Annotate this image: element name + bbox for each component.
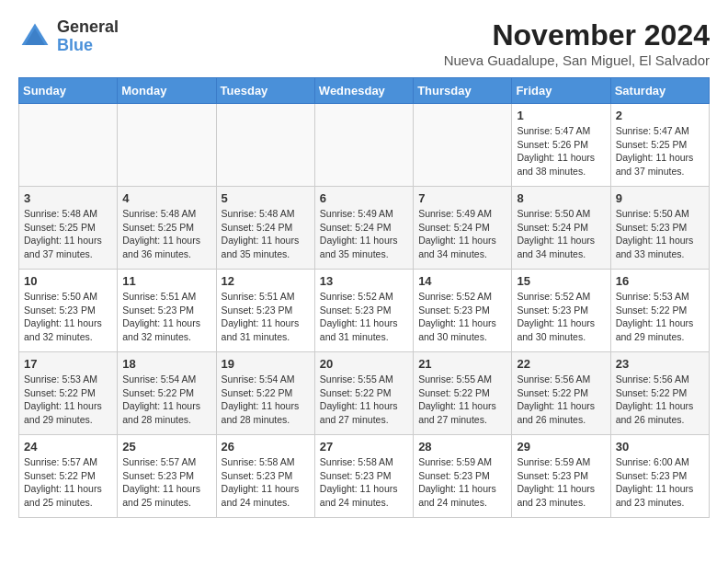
calendar-cell: 23Sunrise: 5:56 AM Sunset: 5:22 PM Dayli… xyxy=(610,352,709,435)
calendar-cell: 5Sunrise: 5:48 AM Sunset: 5:24 PM Daylig… xyxy=(216,187,314,270)
calendar-cell xyxy=(216,104,314,187)
calendar-cell: 27Sunrise: 5:58 AM Sunset: 5:23 PM Dayli… xyxy=(314,435,413,518)
day-number: 21 xyxy=(418,357,506,371)
calendar-table: SundayMondayTuesdayWednesdayThursdayFrid… xyxy=(18,77,710,518)
calendar-cell: 21Sunrise: 5:55 AM Sunset: 5:22 PM Dayli… xyxy=(414,352,512,435)
day-info: Sunrise: 5:58 AM Sunset: 5:23 PM Dayligh… xyxy=(320,455,408,510)
day-number: 22 xyxy=(517,357,605,371)
day-number: 26 xyxy=(222,440,310,454)
day-number: 5 xyxy=(222,191,310,205)
column-header-thursday: Thursday xyxy=(414,78,512,104)
logo-text: General Blue xyxy=(57,18,119,55)
day-number: 30 xyxy=(616,440,704,454)
column-header-wednesday: Wednesday xyxy=(314,78,413,104)
calendar-cell: 15Sunrise: 5:52 AM Sunset: 5:23 PM Dayli… xyxy=(512,270,610,352)
calendar-cell xyxy=(414,104,512,187)
day-info: Sunrise: 5:59 AM Sunset: 5:23 PM Dayligh… xyxy=(418,455,506,510)
day-info: Sunrise: 5:54 AM Sunset: 5:22 PM Dayligh… xyxy=(222,373,310,427)
day-number: 1 xyxy=(517,109,605,122)
day-info: Sunrise: 5:50 AM Sunset: 5:23 PM Dayligh… xyxy=(616,207,704,261)
calendar-cell: 6Sunrise: 5:49 AM Sunset: 5:24 PM Daylig… xyxy=(314,187,413,270)
day-info: Sunrise: 5:52 AM Sunset: 5:23 PM Dayligh… xyxy=(320,290,408,344)
calendar-cell: 11Sunrise: 5:51 AM Sunset: 5:23 PM Dayli… xyxy=(118,270,216,352)
calendar-cell: 24Sunrise: 5:57 AM Sunset: 5:22 PM Dayli… xyxy=(19,435,118,518)
calendar-cell: 12Sunrise: 5:51 AM Sunset: 5:23 PM Dayli… xyxy=(216,270,314,352)
day-info: Sunrise: 5:56 AM Sunset: 5:22 PM Dayligh… xyxy=(517,373,605,427)
calendar-cell: 3Sunrise: 5:48 AM Sunset: 5:25 PM Daylig… xyxy=(19,187,118,270)
day-number: 10 xyxy=(24,274,112,288)
week-row-2: 3Sunrise: 5:48 AM Sunset: 5:25 PM Daylig… xyxy=(19,187,710,270)
title-block: November 2024 Nueva Guadalupe, San Migue… xyxy=(444,18,710,68)
logo-icon xyxy=(18,20,51,53)
calendar-cell: 20Sunrise: 5:55 AM Sunset: 5:22 PM Dayli… xyxy=(314,352,413,435)
calendar-cell xyxy=(314,104,413,187)
calendar-cell: 7Sunrise: 5:49 AM Sunset: 5:24 PM Daylig… xyxy=(414,187,512,270)
day-info: Sunrise: 5:50 AM Sunset: 5:24 PM Dayligh… xyxy=(517,207,605,261)
day-number: 20 xyxy=(320,357,408,371)
day-info: Sunrise: 5:53 AM Sunset: 5:22 PM Dayligh… xyxy=(24,373,112,427)
column-header-monday: Monday xyxy=(118,78,216,104)
column-header-tuesday: Tuesday xyxy=(216,78,314,104)
calendar-cell: 19Sunrise: 5:54 AM Sunset: 5:22 PM Dayli… xyxy=(216,352,314,435)
calendar-cell: 17Sunrise: 5:53 AM Sunset: 5:22 PM Dayli… xyxy=(19,352,118,435)
calendar-cell: 29Sunrise: 5:59 AM Sunset: 5:23 PM Dayli… xyxy=(512,435,610,518)
week-row-5: 24Sunrise: 5:57 AM Sunset: 5:22 PM Dayli… xyxy=(19,435,710,518)
day-info: Sunrise: 5:56 AM Sunset: 5:22 PM Dayligh… xyxy=(616,373,704,427)
day-info: Sunrise: 5:47 AM Sunset: 5:26 PM Dayligh… xyxy=(517,124,605,178)
day-info: Sunrise: 5:51 AM Sunset: 5:23 PM Dayligh… xyxy=(122,290,210,344)
day-info: Sunrise: 5:55 AM Sunset: 5:22 PM Dayligh… xyxy=(320,373,408,427)
day-info: Sunrise: 5:49 AM Sunset: 5:24 PM Dayligh… xyxy=(320,207,408,261)
calendar-cell: 8Sunrise: 5:50 AM Sunset: 5:24 PM Daylig… xyxy=(512,187,610,270)
day-number: 2 xyxy=(616,109,704,122)
column-header-saturday: Saturday xyxy=(610,78,709,104)
day-number: 6 xyxy=(320,191,408,205)
day-info: Sunrise: 5:48 AM Sunset: 5:24 PM Dayligh… xyxy=(222,207,310,261)
calendar-cell: 14Sunrise: 5:52 AM Sunset: 5:23 PM Dayli… xyxy=(414,270,512,352)
day-number: 24 xyxy=(24,440,112,454)
day-info: Sunrise: 5:52 AM Sunset: 5:23 PM Dayligh… xyxy=(418,290,506,344)
calendar-cell: 18Sunrise: 5:54 AM Sunset: 5:22 PM Dayli… xyxy=(118,352,216,435)
calendar-cell: 13Sunrise: 5:52 AM Sunset: 5:23 PM Dayli… xyxy=(314,270,413,352)
calendar-cell: 28Sunrise: 5:59 AM Sunset: 5:23 PM Dayli… xyxy=(414,435,512,518)
day-info: Sunrise: 5:54 AM Sunset: 5:22 PM Dayligh… xyxy=(122,373,210,427)
day-number: 23 xyxy=(616,357,704,371)
day-number: 13 xyxy=(320,274,408,288)
calendar-cell: 10Sunrise: 5:50 AM Sunset: 5:23 PM Dayli… xyxy=(19,270,118,352)
day-info: Sunrise: 6:00 AM Sunset: 5:23 PM Dayligh… xyxy=(616,455,704,510)
day-number: 17 xyxy=(24,357,112,371)
calendar-cell: 26Sunrise: 5:58 AM Sunset: 5:23 PM Dayli… xyxy=(216,435,314,518)
day-number: 12 xyxy=(222,274,310,288)
day-info: Sunrise: 5:55 AM Sunset: 5:22 PM Dayligh… xyxy=(418,373,506,427)
day-number: 11 xyxy=(122,274,210,288)
calendar-cell xyxy=(19,104,118,187)
calendar-cell: 2Sunrise: 5:47 AM Sunset: 5:25 PM Daylig… xyxy=(610,104,709,187)
calendar-cell: 16Sunrise: 5:53 AM Sunset: 5:22 PM Dayli… xyxy=(610,270,709,352)
day-info: Sunrise: 5:59 AM Sunset: 5:23 PM Dayligh… xyxy=(517,455,605,510)
day-number: 3 xyxy=(24,191,112,205)
day-info: Sunrise: 5:47 AM Sunset: 5:25 PM Dayligh… xyxy=(616,124,704,178)
day-info: Sunrise: 5:57 AM Sunset: 5:22 PM Dayligh… xyxy=(24,455,112,510)
week-row-3: 10Sunrise: 5:50 AM Sunset: 5:23 PM Dayli… xyxy=(19,270,710,352)
day-info: Sunrise: 5:58 AM Sunset: 5:23 PM Dayligh… xyxy=(222,455,310,510)
day-number: 8 xyxy=(517,191,605,205)
calendar-cell: 4Sunrise: 5:48 AM Sunset: 5:25 PM Daylig… xyxy=(118,187,216,270)
day-number: 4 xyxy=(122,191,210,205)
day-info: Sunrise: 5:50 AM Sunset: 5:23 PM Dayligh… xyxy=(24,290,112,344)
column-header-sunday: Sunday xyxy=(19,78,118,104)
location: Nueva Guadalupe, San Miguel, El Salvador xyxy=(444,52,710,68)
day-info: Sunrise: 5:48 AM Sunset: 5:25 PM Dayligh… xyxy=(24,207,112,261)
month-year: November 2024 xyxy=(444,18,710,52)
column-header-friday: Friday xyxy=(512,78,610,104)
day-info: Sunrise: 5:53 AM Sunset: 5:22 PM Dayligh… xyxy=(616,290,704,344)
day-info: Sunrise: 5:48 AM Sunset: 5:25 PM Dayligh… xyxy=(122,207,210,261)
logo: General Blue xyxy=(18,18,119,55)
day-info: Sunrise: 5:57 AM Sunset: 5:23 PM Dayligh… xyxy=(122,455,210,510)
day-info: Sunrise: 5:51 AM Sunset: 5:23 PM Dayligh… xyxy=(222,290,310,344)
day-number: 28 xyxy=(418,440,506,454)
day-number: 29 xyxy=(517,440,605,454)
calendar-cell: 9Sunrise: 5:50 AM Sunset: 5:23 PM Daylig… xyxy=(610,187,709,270)
week-row-4: 17Sunrise: 5:53 AM Sunset: 5:22 PM Dayli… xyxy=(19,352,710,435)
calendar-cell xyxy=(118,104,216,187)
day-number: 19 xyxy=(222,357,310,371)
day-number: 14 xyxy=(418,274,506,288)
